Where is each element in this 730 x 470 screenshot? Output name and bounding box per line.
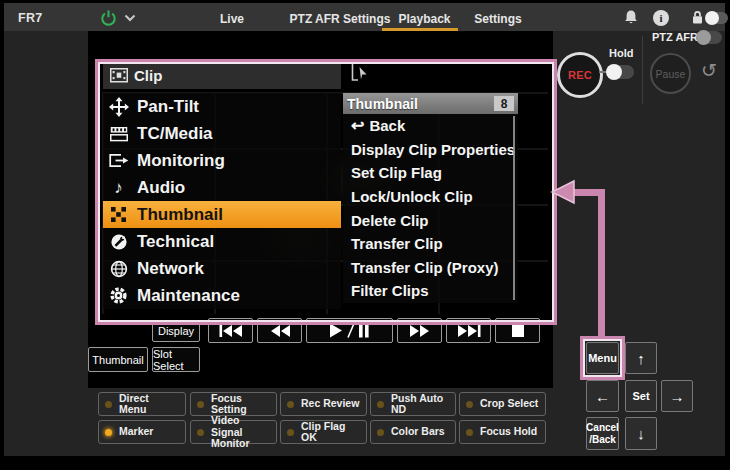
skip-back-button[interactable] [208,318,253,343]
status-lamp [105,401,112,408]
menu-item-technical[interactable]: Technical [103,228,341,255]
annotation-connector-horizontal [572,189,605,196]
menu-item-audio[interactable]: ♪ Audio [103,174,341,201]
clip-count-badge: 8 [494,96,514,111]
menu-item-tc-media[interactable]: TC/Media [103,120,341,147]
power-icon[interactable] [100,9,117,26]
display-button[interactable]: Display [152,320,200,342]
assignable-button-clip-flag-ok[interactable]: Clip Flag OK [280,420,367,444]
cursor-select-icon [349,60,369,84]
tab-settings[interactable]: Settings [470,6,526,31]
arrow-down-button[interactable]: ↓ [625,417,657,450]
status-lamp [377,401,384,408]
tab-ptz-afr-settings[interactable]: PTZ AFR Settings [286,6,394,31]
arrow-up-icon: ↑ [637,350,645,367]
menu-item-network[interactable]: Network [103,255,341,282]
menu-button[interactable]: Menu [586,342,619,374]
arrow-down-icon: ↓ [637,425,645,442]
arrow-left-button[interactable]: ← [586,380,619,412]
fast-forward-icon [409,325,431,337]
panel-divider [642,36,643,104]
status-lamp [197,401,204,408]
cancel-back-button[interactable]: Cancel /Back [586,417,619,450]
skip-forward-button[interactable] [446,318,491,343]
assignable-button-video-signal-monitor[interactable]: Video Signal Monitor [190,420,277,444]
thumbnail-grid-icon [108,204,129,225]
menu-title: Clip [134,67,162,84]
toggle-knob [606,64,622,80]
ptz-afr-toggle[interactable] [697,31,722,44]
hold-label: Hold [609,47,633,59]
submenu-item-lock-unlock-clip[interactable]: Lock/Unlock Clip [343,185,518,209]
lock-toggle[interactable] [706,12,728,24]
assignable-button-marker[interactable]: Marker [98,420,186,444]
status-lamp [287,401,294,408]
arrow-up-button[interactable]: ↑ [625,342,657,374]
arrow-right-icon: → [670,388,685,405]
submenu-item-transfer-clip[interactable]: Transfer Clip [343,232,518,256]
assignable-button-rec-review[interactable]: Rec Review [280,392,367,416]
menu-item-thumbnail[interactable]: Thumbnail [103,201,341,228]
menu-header: Clip [103,62,341,89]
submenu-item-set-clip-flag[interactable]: Set Clip Flag [343,161,518,185]
arrow-right-button[interactable]: → [661,380,693,412]
assignable-button-crop-select[interactable]: Crop Select [459,392,546,416]
film-clip-icon [110,68,128,83]
submenu-item-back[interactable]: ↩ Back [343,114,518,138]
tab-live[interactable]: Live [209,6,255,31]
assignable-button-focus-hold[interactable]: Focus Hold [459,420,546,444]
slot-select-button[interactable]: Slot Select [152,347,200,372]
audio-note-icon: ♪ [108,177,129,198]
info-icon[interactable]: i [653,10,669,26]
bell-icon[interactable] [623,9,639,26]
rec-hold-toggle[interactable] [607,65,634,79]
menu-item-monitoring[interactable]: Monitoring [103,147,341,174]
status-lamp [466,429,473,436]
assignable-button-direct-menu[interactable]: Direct Menu [98,392,186,416]
device-name: FR7 [18,11,43,25]
network-globe-icon [108,258,129,279]
toggle-knob [705,11,719,25]
play-pause-button[interactable] [306,318,393,343]
assignable-button-focus-setting[interactable]: Focus Setting [190,392,277,416]
chevron-down-icon[interactable] [124,14,136,22]
submenu-item-delete-clip[interactable]: Delete Clip [343,208,518,232]
set-button[interactable]: Set [625,380,657,412]
menu-item-maintenance[interactable]: Maintenance [103,282,341,309]
stop-button[interactable] [495,318,540,343]
menu-item-pan-tilt[interactable]: Pan-Tilt [103,93,341,120]
top-bar: FR7 Live PTZ AFR Settings Playback Setti… [4,3,725,31]
back-arrow-icon: ↩ [351,118,364,134]
submenu-header: Thumbnail 8 [343,93,518,114]
thumbnail-button[interactable]: Thumbnail [88,347,148,372]
fr7-web-app: FR7 Live PTZ AFR Settings Playback Setti… [0,0,730,470]
lock-icon[interactable] [691,10,704,25]
submenu-scrollbar[interactable] [513,116,515,300]
skip-forward-icon [457,325,481,337]
thumbnail-submenu: Thumbnail 8 ↩ Back Display Clip Properti… [343,93,518,303]
status-lamp [466,401,473,408]
rec-button[interactable]: REC [557,52,603,98]
maintenance-gear-icon [108,285,129,306]
pan-tilt-icon [108,96,129,117]
status-lamp [197,429,204,436]
skip-back-icon [219,325,243,337]
play-pause-icon [330,323,370,338]
stop-icon [512,325,524,337]
fast-forward-button[interactable] [397,318,442,343]
arrow-left-icon: ← [595,388,610,405]
rewind-button[interactable] [257,318,302,343]
status-lamp-active [105,429,112,436]
toggle-knob [696,30,711,45]
assignable-button-push-auto-nd[interactable]: Push Auto ND [370,392,456,416]
annotation-connector-vertical [598,192,605,338]
pause-button[interactable]: Pause [650,53,691,94]
ptz-afr-label: PTZ AFR [652,31,698,43]
submenu-title: Thumbnail [343,96,418,112]
submenu-item-transfer-clip-proxy[interactable]: Transfer Clip (Proxy) [343,256,518,280]
submenu-item-display-clip-properties[interactable]: Display Clip Properties [343,138,518,162]
assignable-button-color-bars[interactable]: Color Bars [370,420,456,444]
rotate-reset-icon[interactable]: ↺ [701,61,717,80]
tc-media-icon [108,123,129,144]
submenu-item-filter-clips[interactable]: Filter Clips [343,279,518,303]
